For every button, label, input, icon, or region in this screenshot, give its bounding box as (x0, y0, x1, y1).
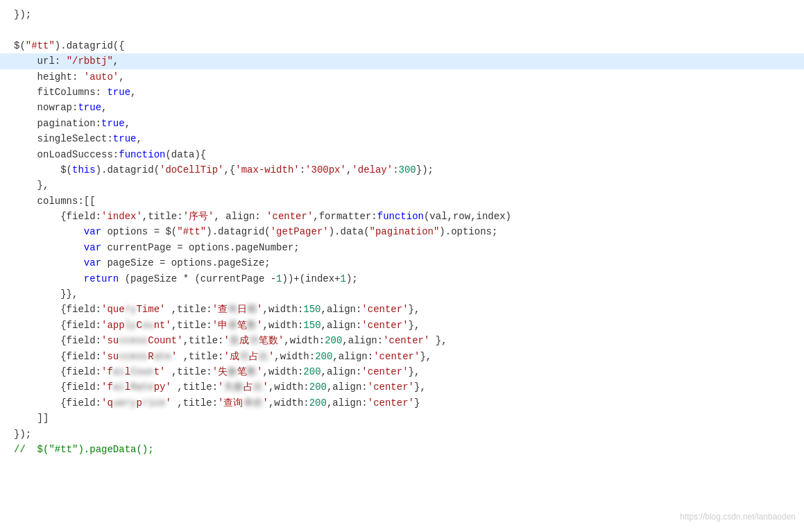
watermark: https://blog.csdn.net/lanbaoden (680, 510, 796, 524)
code-line-5: height: 'auto', (0, 69, 804, 85)
code-line-11: $(this).datagrid('doCellTip',{'max-width… (0, 162, 804, 178)
code-line-23: {field:'successRate' ,title:'成功占比',width… (0, 349, 804, 364)
code-line-7: nowrap:true, (0, 100, 804, 115)
code-text: }); (14, 7, 31, 22)
code-editor: }); $("#tt").datagrid({ url: "/rbbtj", h… (0, 0, 804, 532)
code-line-18: return (pageSize * (currentPage -1))+(in… (0, 271, 804, 286)
code-line-9: singleSelect:true, (0, 131, 804, 146)
code-line-27: ]] (0, 411, 804, 426)
code-line-26: {field:'queryprice' ,title:'查询单价',width:… (0, 395, 804, 411)
code-line-17: var pageSize = options.pageSize; (0, 255, 804, 271)
code-line-8: pagination:true, (0, 116, 804, 131)
code-line-1: }); (0, 7, 804, 22)
code-line-6: fitColumns: true, (0, 85, 804, 100)
code-line-22: {field:'successCount',title:'批成功笔数',widt… (0, 333, 804, 348)
code-line-25: {field:'failRatepy' ,title:'失败占比',width:… (0, 379, 804, 395)
code-line-16: var currentPage = options.pageNumber; (0, 240, 804, 255)
code-line-3: $("#tt").datagrid({ (0, 38, 804, 53)
code-line-14: {field:'index',title:'序号', align: 'cente… (0, 209, 804, 224)
code-line-21: {field:'applyCount',title:'申请笔数',width:1… (0, 318, 804, 333)
code-line-28: }); (0, 427, 804, 442)
code-line-24: {field:'failCount' ,title:'失败笔数',width:2… (0, 364, 804, 379)
code-line-4: url: "/rbbtj", (0, 53, 804, 69)
code-line-13: columns:[[ (0, 194, 804, 209)
code-line-10: onLoadSuccess:function(data){ (0, 147, 804, 162)
code-line-19: }}, (0, 286, 804, 302)
code-line-20: {field:'queryTime' ,title:'查询日期',width:1… (0, 302, 804, 317)
code-line-12: }, (0, 178, 804, 193)
code-line-29: // $("#tt").pageData(); (0, 442, 804, 457)
code-line-15: var options = $("#tt").datagrid('getPage… (0, 224, 804, 239)
code-line-2 (0, 22, 804, 37)
